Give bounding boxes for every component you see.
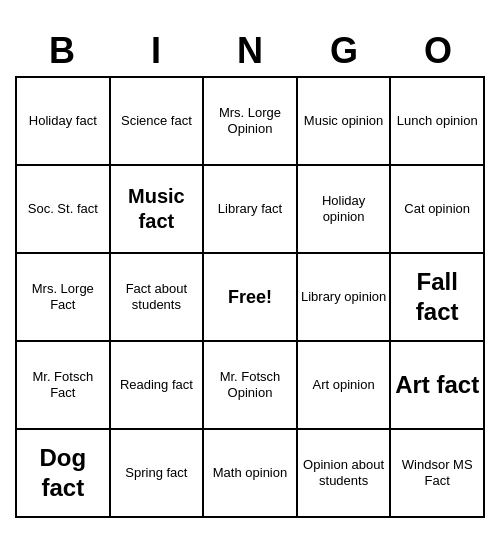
header-letter: B [15,26,109,76]
header-letter: O [391,26,485,76]
bingo-cell: Art fact [391,342,485,430]
header-letter: I [109,26,203,76]
bingo-cell: Art opinion [298,342,392,430]
bingo-cell: Mrs. Lorge Opinion [204,78,298,166]
bingo-cell: Library opinion [298,254,392,342]
bingo-cell: Science fact [111,78,205,166]
header-letter: G [297,26,391,76]
bingo-cell: Windsor MS Fact [391,430,485,518]
bingo-cell: Opinion about students [298,430,392,518]
bingo-cell: Reading fact [111,342,205,430]
bingo-cell: Holiday opinion [298,166,392,254]
bingo-cell: Mr. Fotsch Opinion [204,342,298,430]
bingo-cell: Music opinion [298,78,392,166]
bingo-cell: Dog fact [17,430,111,518]
bingo-card: BINGO Holiday factScience factMrs. Lorge… [15,26,485,518]
bingo-cell: Music fact [111,166,205,254]
bingo-cell: Lunch opinion [391,78,485,166]
bingo-header: BINGO [15,26,485,76]
bingo-cell: Holiday fact [17,78,111,166]
bingo-cell: Cat opinion [391,166,485,254]
bingo-cell: Library fact [204,166,298,254]
bingo-cell: Fall fact [391,254,485,342]
bingo-cell: Mr. Fotsch Fact [17,342,111,430]
bingo-cell: Mrs. Lorge Fact [17,254,111,342]
header-letter: N [203,26,297,76]
bingo-cell: Fact about students [111,254,205,342]
bingo-cell: Free! [204,254,298,342]
bingo-grid: Holiday factScience factMrs. Lorge Opini… [15,76,485,518]
bingo-cell: Spring fact [111,430,205,518]
bingo-cell: Soc. St. fact [17,166,111,254]
bingo-cell: Math opinion [204,430,298,518]
